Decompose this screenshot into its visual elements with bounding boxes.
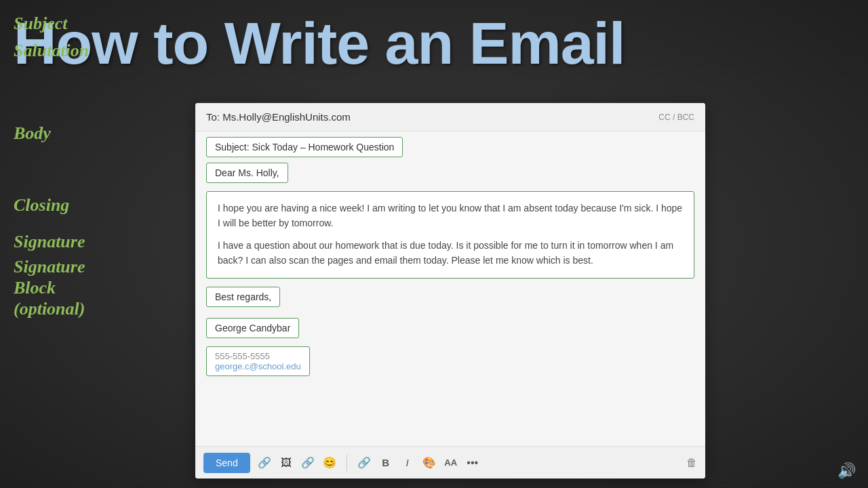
email-panel: To: Ms.Holly@EnglishUnits.com CC / BCC S… [195,103,705,479]
hyperlink-icon[interactable]: 🔗 [357,455,372,470]
to-address: Ms.Holly@EnglishUnits.com [222,111,351,123]
email-toolbar: Send 🔗 🖼 🔗 😊 🔗 B I 🎨 AA ••• 🗑 [195,446,705,479]
label-subject: Subject [14,12,67,35]
label-body: Body [14,122,51,145]
email-content: Subject: Sick Today – Homework Question … [195,131,705,376]
send-button[interactable]: Send [203,453,250,473]
signature-block-row: 555-555-5555 george.c@school.edu [206,346,694,376]
emoji-icon[interactable]: 😊 [322,455,337,470]
label-closing: Closing [14,194,69,217]
body-paragraph-2: I have a question about our homework tha… [218,239,683,268]
subject-box[interactable]: Subject: Sick Today – Homework Question [206,137,403,157]
salutation-row: Dear Ms. Holly, [206,163,694,183]
label-signature: Signature [14,230,85,253]
attachment-icon[interactable]: 🔗 [257,455,272,470]
bold-icon[interactable]: B [378,455,393,470]
to-field: To: Ms.Holly@EnglishUnits.com [206,111,351,123]
salutation-box[interactable]: Dear Ms. Holly, [206,163,288,183]
subject-row: Subject: Sick Today – Homework Question [206,137,694,157]
cc-bcc-button[interactable]: CC / BCC [658,113,694,122]
italic-icon[interactable]: I [400,455,415,470]
image-icon[interactable]: 🖼 [279,455,294,470]
delete-icon[interactable]: 🗑 [686,457,697,469]
page-title: How to Write an Email [14,12,625,75]
color-icon[interactable]: 🎨 [422,455,437,470]
toolbar-separator [347,455,347,471]
body-paragraph-1: I hope you are having a nice week! I am … [218,201,683,230]
sound-icon[interactable]: 🔊 [837,462,856,480]
closing-row: Best regards, [206,287,694,312]
to-label: To: [206,111,220,123]
label-salutation: Salutation [14,39,89,62]
more-options-icon[interactable]: ••• [465,455,480,470]
email-header: To: Ms.Holly@EnglishUnits.com CC / BCC [195,103,705,131]
link-icon[interactable]: 🔗 [300,455,315,470]
signature-name-box[interactable]: George Candybar [206,318,299,338]
signature-phone: 555-555-5555 [215,351,301,361]
label-sigblock: Signature Block (optional) [14,256,85,320]
closing-box[interactable]: Best regards, [206,287,280,307]
signature-name-row: George Candybar [206,318,694,342]
font-size-icon[interactable]: AA [443,455,458,470]
signature-email: george.c@school.edu [215,361,301,371]
signature-block-box[interactable]: 555-555-5555 george.c@school.edu [206,346,310,376]
body-box[interactable]: I hope you are having a nice week! I am … [206,191,694,279]
